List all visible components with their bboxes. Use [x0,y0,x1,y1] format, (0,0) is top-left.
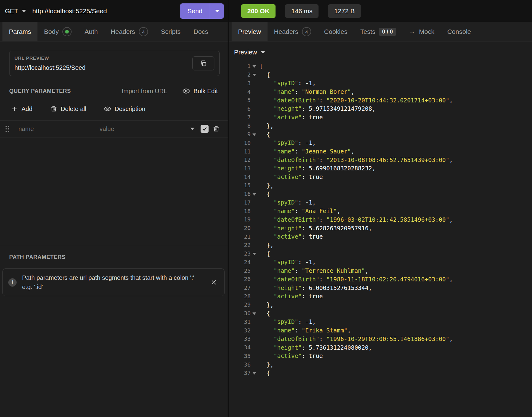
code-line: 22 }, [232,241,532,249]
code-text: { [258,131,270,138]
method-label: GET [5,7,18,15]
tab-label: Auth [84,28,98,35]
line-number: 32 [232,327,251,334]
line-number: 3 [232,80,251,86]
json-token: }, [260,301,274,308]
fold-toggle-icon[interactable] [251,133,258,136]
code-line: 23 { [232,249,532,258]
json-token: [ [260,63,263,70]
delete-param-button[interactable] [213,125,220,132]
line-number: 24 [232,259,251,265]
dismiss-info-button[interactable] [209,279,219,285]
check-icon [202,126,207,132]
tab-docs[interactable]: Docs [187,22,215,41]
tab-label: Scripts [161,28,181,35]
tab-tests[interactable]: Tests 0 / 0 [354,22,402,41]
code-line: 6 "height": 5.9715349121479208, [232,105,532,113]
line-number: 12 [232,157,251,163]
copy-url-button[interactable] [192,56,214,70]
code-text: }, [258,361,274,368]
url-input[interactable]: http://localhost:5225/Seed [32,7,180,15]
fold-toggle-icon[interactable] [251,252,258,255]
tab-console[interactable]: Console [441,22,477,41]
drag-handle-icon[interactable] [6,126,9,132]
code-text: "name": "Norman Borer", [258,88,354,95]
tab-headers[interactable]: Headers 4 [104,22,154,41]
method-dropdown[interactable]: GET [5,7,26,15]
tab-label: Mock [419,28,434,35]
add-parameter-button[interactable]: Add [9,105,34,113]
import-from-url-button[interactable]: Import from URL [120,87,169,95]
line-number: 5 [232,97,251,103]
query-parameters-header-actions: Import from URL Bulk Edit [120,87,220,95]
code-text: }, [258,122,274,129]
line-number: 13 [232,165,251,172]
json-token: }, [260,242,274,248]
json-token: "spyID" [274,80,298,86]
section-divider [0,246,228,246]
json-token: : [319,336,326,342]
description-label: Description [115,105,145,113]
json-token: "Terrence Kuhlman" [302,267,365,274]
json-token: "Ana Feil" [302,208,337,214]
tab-preview[interactable]: Preview [232,22,268,41]
json-token: "active" [274,114,302,121]
tab-body[interactable]: Body [37,22,78,41]
json-token: , [369,284,372,291]
json-token: : [319,276,326,283]
chevron-down-icon [252,74,256,76]
fold-toggle-icon[interactable] [251,193,258,196]
tab-auth[interactable]: Auth [78,22,104,41]
param-value-input[interactable] [99,125,184,133]
arrow-right-icon: → [409,28,415,35]
param-enabled-checkbox[interactable] [201,125,209,133]
send-button[interactable]: Send [180,3,210,19]
fold-toggle-icon[interactable] [251,65,258,68]
param-options-dropdown[interactable] [188,127,196,130]
json-token [260,293,274,300]
description-toggle-button[interactable]: Description [102,105,147,113]
json-token: "active" [274,352,302,359]
code-text: { [258,191,270,197]
url-preview-value: http://localhost:5225/Seed [14,64,192,71]
tab-params[interactable]: Params [2,22,37,41]
tab-response-headers[interactable]: Headers 4 [268,22,318,41]
chevron-down-icon [261,51,265,54]
delete-all-button[interactable]: Delete all [49,105,88,113]
tab-scripts[interactable]: Scripts [155,22,187,41]
bulk-edit-button[interactable]: Bulk Edit [181,87,220,95]
tab-mock[interactable]: → Mock [402,22,441,41]
preview-mode-dropdown[interactable]: Preview [232,46,267,59]
json-token: "dateOfBirth" [274,276,319,283]
line-number: 36 [232,361,251,368]
chevron-down-icon [252,372,256,375]
code-line: 21 "active": true [232,232,532,241]
line-number: 20 [232,225,251,231]
code-line: 14 "active": true [232,173,532,181]
code-line: 29 }, [232,300,532,309]
code-line: 18 "name": "Ana Feil", [232,207,532,215]
response-size-badge: 1272 B [328,4,361,18]
send-options-button[interactable] [210,3,224,19]
fold-toggle-icon[interactable] [251,73,258,76]
code-text: "dateOfBirth": "2020-10-20T10:44:32.0201… [258,97,453,104]
json-token: 6.000315276153344 [309,284,368,291]
code-text: "active": true [258,293,323,300]
tab-cookies[interactable]: Cookies [318,22,354,41]
code-line: 28 "active": true [232,292,532,300]
code-line: 4 "name": "Norman Borer", [232,87,532,96]
fold-toggle-icon[interactable] [251,312,258,315]
param-name-input[interactable] [18,125,95,133]
code-text: }, [258,242,274,248]
json-token: , [312,80,316,86]
json-token: : [302,114,309,121]
response-tabs: Preview Headers 4 Cookies Tests 0 / 0 → … [229,22,532,42]
fold-toggle-icon[interactable] [251,371,258,375]
line-number: 9 [232,131,251,137]
json-token: "spyID" [274,199,298,206]
request-panel: GET http://localhost:5225/Seed Send Para… [0,0,228,417]
line-number: 23 [232,250,251,257]
trash-icon [50,105,57,112]
code-text: "dateOfBirth": "1996-10-29T02:00:55.1461… [258,336,453,342]
code-line: 19 "dateOfBirth": "1996-03-02T10:21:42.5… [232,215,532,224]
